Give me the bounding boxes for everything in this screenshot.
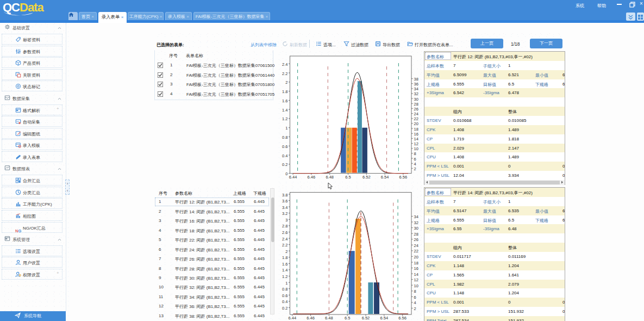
svg-text:1.4: 1.4 [282, 108, 287, 113]
svg-text:6.5: 6.5 [345, 175, 351, 180]
svg-text:2: 2 [285, 80, 287, 85]
svg-text:38: 38 [414, 77, 418, 82]
svg-text:0.4: 0.4 [282, 299, 287, 304]
svg-text:0.8: 0.8 [282, 287, 287, 292]
svg-text:30: 30 [414, 97, 418, 102]
svg-text:0.8: 0.8 [282, 135, 287, 140]
svg-text:2: 2 [414, 306, 416, 311]
svg-text:26: 26 [414, 237, 418, 242]
svg-text:6.52: 6.52 [362, 175, 371, 180]
svg-text:1.8: 1.8 [282, 89, 287, 94]
svg-text:14: 14 [414, 137, 418, 141]
svg-text:34: 34 [414, 87, 418, 91]
svg-text:6.44: 6.44 [289, 175, 297, 180]
svg-text:6.5: 6.5 [345, 316, 350, 320]
svg-text:12: 12 [414, 141, 418, 146]
svg-text:6: 6 [414, 295, 416, 300]
svg-text:22: 22 [414, 249, 418, 254]
svg-text:2.4: 2.4 [282, 237, 287, 242]
svg-text:34: 34 [414, 214, 418, 219]
svg-text:2.2: 2.2 [282, 243, 287, 248]
svg-text:0.6: 0.6 [282, 144, 287, 149]
svg-text:14: 14 [414, 272, 418, 277]
svg-text:18: 18 [414, 127, 418, 132]
svg-text:6.56: 6.56 [398, 316, 407, 320]
svg-text:2.4: 2.4 [282, 62, 287, 67]
svg-text:2: 2 [285, 249, 287, 254]
svg-text:6.54: 6.54 [380, 316, 388, 320]
svg-text:36: 36 [414, 82, 418, 87]
svg-text:6.44: 6.44 [288, 316, 296, 320]
svg-text:3: 3 [285, 218, 287, 223]
svg-text:6.56: 6.56 [399, 175, 408, 180]
svg-text:22: 22 [414, 116, 418, 121]
svg-text:20: 20 [414, 255, 418, 260]
svg-text:3.8: 3.8 [282, 193, 287, 197]
svg-text:1.2: 1.2 [282, 116, 287, 121]
svg-text:10: 10 [414, 283, 418, 288]
svg-text:16: 16 [414, 132, 418, 137]
svg-text:6.52: 6.52 [362, 316, 370, 320]
svg-text:3.4: 3.4 [282, 205, 287, 210]
svg-text:32: 32 [414, 220, 418, 225]
svg-text:0.2: 0.2 [282, 306, 287, 311]
svg-text:24: 24 [414, 243, 418, 248]
svg-text:1: 1 [285, 126, 287, 131]
svg-text:2: 2 [414, 166, 416, 171]
svg-text:18: 18 [414, 261, 418, 266]
svg-text:16: 16 [414, 266, 418, 271]
svg-text:6.46: 6.46 [308, 175, 316, 180]
svg-text:2.6: 2.6 [282, 230, 287, 235]
svg-text:6.54: 6.54 [381, 175, 389, 180]
svg-text:12: 12 [414, 277, 418, 282]
svg-text:28: 28 [414, 102, 418, 107]
svg-text:6.48: 6.48 [326, 175, 334, 180]
svg-text:1.8: 1.8 [282, 255, 287, 260]
svg-text:8: 8 [414, 289, 416, 294]
svg-text:1.4: 1.4 [282, 268, 287, 273]
svg-text:0.6: 0.6 [282, 293, 287, 298]
svg-text:8: 8 [414, 151, 416, 156]
svg-text:10: 10 [414, 146, 418, 151]
svg-text:1.6: 1.6 [282, 262, 287, 267]
svg-text:4: 4 [414, 162, 416, 166]
svg-text:4: 4 [414, 300, 416, 305]
svg-text:3.2: 3.2 [282, 211, 287, 216]
svg-text:6.48: 6.48 [325, 316, 333, 320]
svg-text:0.2: 0.2 [282, 162, 287, 167]
svg-text:0: 0 [285, 171, 287, 176]
svg-text:28: 28 [414, 232, 418, 237]
svg-text:2.2: 2.2 [282, 71, 287, 76]
svg-text:1.2: 1.2 [282, 274, 287, 279]
svg-text:0.4: 0.4 [282, 153, 287, 158]
svg-text:6: 6 [414, 157, 416, 162]
svg-text:3.6: 3.6 [282, 199, 287, 203]
svg-text:2.8: 2.8 [282, 224, 287, 229]
svg-text:32: 32 [414, 91, 418, 96]
svg-text:20: 20 [414, 121, 418, 126]
svg-text:30: 30 [414, 226, 418, 231]
svg-text:1.6: 1.6 [282, 98, 287, 103]
svg-text:26: 26 [414, 107, 418, 112]
svg-text:1: 1 [285, 281, 287, 286]
svg-text:6.46: 6.46 [307, 316, 315, 320]
svg-text:24: 24 [414, 112, 418, 116]
